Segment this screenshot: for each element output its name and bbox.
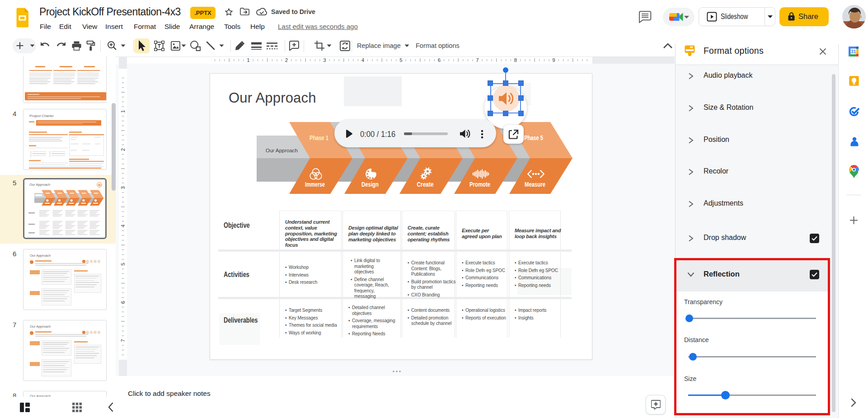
- svg-text:3: 3: [120, 186, 126, 189]
- svg-text:3: 3: [323, 57, 326, 63]
- svg-text:Phase 1: Phase 1: [310, 134, 328, 141]
- svg-text:2: 2: [285, 57, 288, 63]
- svg-text:Measure: Measure: [525, 181, 545, 188]
- svg-text:8: 8: [514, 57, 517, 63]
- svg-text:Immerse: Immerse: [305, 181, 325, 188]
- svg-text:4: 4: [120, 224, 126, 227]
- svg-text:31: 31: [851, 49, 856, 54]
- svg-text:5: 5: [120, 263, 126, 265]
- svg-text:Promote: Promote: [469, 181, 490, 188]
- svg-text:6: 6: [438, 57, 441, 63]
- svg-text:6: 6: [120, 301, 126, 304]
- svg-text:4: 4: [361, 57, 365, 63]
- svg-text:Our Approach: Our Approach: [266, 148, 298, 153]
- svg-text:9: 9: [552, 57, 555, 63]
- svg-text:Design: Design: [361, 181, 379, 188]
- svg-text:7: 7: [476, 57, 479, 63]
- svg-text:2: 2: [120, 148, 126, 151]
- svg-text:1: 1: [120, 110, 126, 113]
- svg-text:5: 5: [399, 57, 402, 63]
- svg-text:Create: Create: [417, 181, 434, 188]
- svg-text:7: 7: [120, 339, 126, 342]
- svg-text:Phase 5: Phase 5: [524, 134, 543, 141]
- svg-text:1: 1: [247, 57, 249, 63]
